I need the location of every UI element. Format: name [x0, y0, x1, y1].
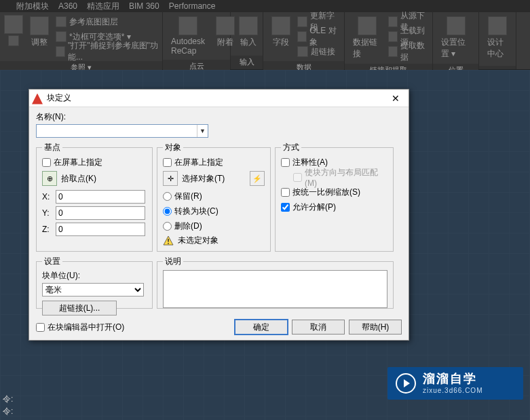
import-label: 输入 [240, 37, 257, 48]
y-label: Y: [42, 208, 52, 218]
obj-on-screen-checkbox[interactable] [163, 158, 172, 167]
tab-addon[interactable]: 附加模块 [16, 1, 49, 12]
watermark-url: zixue.3d66.COM [423, 387, 482, 395]
play-icon [396, 373, 416, 394]
quick-select-button[interactable]: ⚡ [250, 171, 265, 186]
ok-button[interactable]: 确定 [235, 320, 288, 335]
extract-data-icon[interactable] [388, 46, 398, 57]
extract-data-label: 提取数据 [400, 40, 428, 63]
z-input[interactable] [56, 223, 145, 236]
obj-on-screen-label: 在屏幕上指定 [174, 157, 223, 168]
datalink-icon[interactable] [358, 16, 377, 35]
uniform-scale-checkbox[interactable] [281, 188, 290, 197]
cancel-button[interactable]: 取消 [292, 320, 345, 335]
set-location-icon[interactable] [447, 16, 466, 35]
adjust-icon[interactable] [30, 16, 49, 35]
tab-performance[interactable]: Performance [169, 1, 216, 11]
select-objects-button[interactable]: ✛ [163, 171, 178, 186]
command-line: 令: 令: [3, 393, 13, 417]
behavior-legend: 方式 [281, 142, 301, 153]
retain-label: 保留(R) [174, 191, 202, 202]
allow-explode-label: 允许分解(P) [292, 202, 336, 213]
open-block-editor-checkbox[interactable] [36, 323, 45, 332]
import-icon[interactable] [239, 16, 258, 35]
settings-group: 设置 块单位(U): 毫米 超链接(L)... [36, 256, 153, 309]
warning-icon [163, 235, 174, 246]
recap-icon[interactable] [178, 16, 197, 35]
open-block-editor-label: 在块编辑器中打开(O) [48, 322, 124, 333]
ole-icon[interactable] [297, 31, 307, 42]
clip-icon[interactable] [8, 35, 19, 46]
base-on-screen-checkbox[interactable] [42, 158, 51, 167]
delete-radio[interactable] [163, 222, 172, 231]
description-group: 说明 [157, 256, 394, 309]
frames-icon[interactable] [56, 31, 67, 42]
watermark-title: 溜溜自学 [423, 372, 482, 387]
underlay-layers-label: 参考底图图层 [69, 16, 118, 28]
svg-rect-1 [168, 239, 169, 242]
ribbon-tabs: 附加模块 A360 精选应用 BIM 360 Performance [0, 0, 530, 12]
dialog-title: 块定义 [47, 92, 385, 104]
close-button[interactable]: ✕ [385, 93, 406, 104]
pick-point-label: 拾取点(K) [61, 173, 96, 185]
dialog-titlebar[interactable]: 块定义 ✕ [29, 90, 409, 107]
annotative-checkbox[interactable] [281, 158, 290, 167]
base-point-legend: 基点 [42, 142, 62, 153]
x-input[interactable] [56, 190, 145, 204]
block-units-label: 块单位(U): [42, 270, 147, 282]
behavior-group: 方式 注释性(A) 使块方向与布局匹配(M) 按统一比例缩放(S) 允许分解(P… [275, 142, 394, 252]
convert-radio[interactable] [163, 207, 172, 216]
help-button[interactable]: 帮助(H) [349, 320, 402, 335]
tab-a360[interactable]: A360 [58, 1, 77, 11]
ribbon: 调整 参考底图图层 *边框可变选项* ▾ "打开"捕捉到参考底图"功能... 参… [0, 12, 530, 70]
orient-checkbox [293, 173, 302, 182]
z-label: Z: [42, 225, 52, 234]
select-objects-label: 选择对象(T) [182, 173, 225, 185]
app-icon [32, 94, 43, 104]
objects-group: 对象 在屏幕上指定 ✛ 选择对象(T) ⚡ 保留(R) 转换为块(C) 删除(D… [157, 142, 271, 252]
settings-legend: 设置 [42, 256, 62, 267]
svg-rect-2 [168, 243, 169, 244]
design-center-icon[interactable] [488, 16, 507, 35]
description-textarea[interactable] [163, 270, 387, 308]
base-point-group: 基点 在屏幕上指定 ⊕ 拾取点(K) X: Y: Z: [36, 142, 153, 252]
delete-label: 删除(D) [174, 221, 202, 232]
no-objects-warning: 未选定对象 [178, 235, 219, 246]
adjust-label: 调整 [31, 37, 48, 48]
name-dropdown-arrow[interactable]: ▼ [197, 125, 208, 137]
panel-content-label [479, 66, 516, 69]
description-legend: 说明 [163, 256, 183, 267]
watermark: 溜溜自学 zixue.3d66.COM [387, 367, 523, 400]
x-label: X: [42, 192, 52, 202]
hyperlink-button[interactable]: 超链接(L)... [42, 301, 117, 316]
name-label: 名称(N): [36, 111, 402, 123]
uniform-scale-label: 按统一比例缩放(S) [292, 187, 360, 198]
design-center-label: 设计中心 [487, 37, 508, 60]
set-location-label: 设置位置 ▾ [441, 37, 470, 60]
y-input[interactable] [56, 206, 145, 220]
underlay-layers-icon[interactable] [56, 16, 67, 27]
hyperlink-label: 超链接 [311, 46, 335, 58]
attach-ref-icon[interactable] [4, 15, 23, 34]
snap-underlay-label: "打开"捕捉到参考底图"功能... [68, 40, 158, 63]
snap-underlay-icon[interactable] [56, 46, 65, 57]
objects-legend: 对象 [163, 142, 183, 153]
upload-src-icon[interactable] [388, 31, 398, 42]
panel-import-label: 输入 [231, 56, 263, 69]
block-units-select[interactable]: 毫米 [42, 283, 144, 297]
retain-radio[interactable] [163, 192, 172, 201]
field-label: 字段 [273, 37, 289, 48]
block-name-input[interactable] [37, 125, 197, 137]
recap-label: Autodesk ReCap [171, 37, 205, 56]
allow-explode-checkbox[interactable] [281, 203, 290, 212]
convert-label: 转换为块(C) [174, 206, 219, 217]
pick-point-button[interactable]: ⊕ [42, 171, 57, 186]
field-icon[interactable] [271, 16, 290, 35]
update-field-icon[interactable] [297, 16, 307, 27]
block-definition-dialog: 块定义 ✕ 名称(N): ▼ 基点 在屏幕上指定 ⊕ 拾取点(K) X: [29, 89, 409, 341]
download-src-icon[interactable] [388, 16, 398, 27]
tab-bim360[interactable]: BIM 360 [129, 1, 159, 11]
datalink-label: 数据链接 [353, 37, 381, 60]
tab-featured[interactable]: 精选应用 [87, 1, 119, 12]
hyperlink-icon[interactable] [297, 46, 308, 57]
